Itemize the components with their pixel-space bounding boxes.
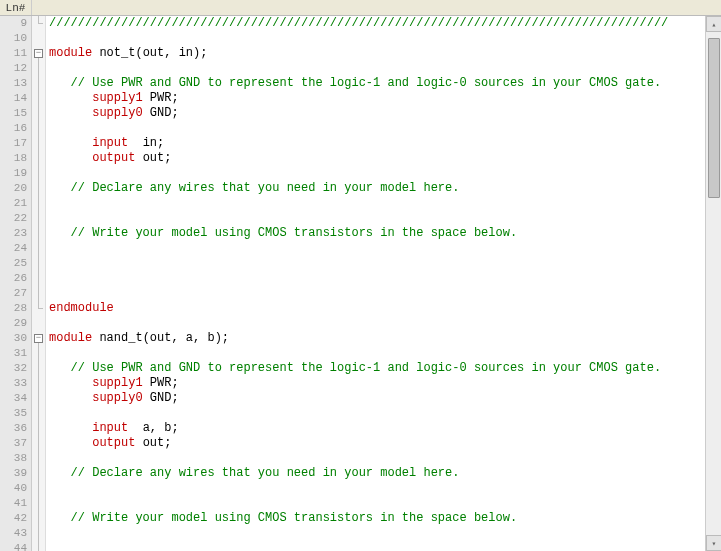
- vertical-scrollbar[interactable]: ▴ ▾: [705, 16, 721, 551]
- line-number: 15: [0, 106, 27, 121]
- code-line[interactable]: // Declare any wires that you need in yo…: [49, 181, 721, 196]
- fold-cell: [32, 61, 46, 76]
- fold-cell: [32, 271, 46, 286]
- code-line[interactable]: // Write your model using CMOS transisto…: [49, 226, 721, 241]
- line-number: 12: [0, 61, 27, 76]
- code-line[interactable]: [49, 196, 721, 211]
- fold-gutter: −−: [32, 16, 46, 551]
- code-line[interactable]: module not_t(out, in);: [49, 46, 721, 61]
- line-number: 11: [0, 46, 27, 61]
- code-token: GND;: [143, 391, 179, 405]
- code-line[interactable]: [49, 481, 721, 496]
- code-token: out, in: [143, 46, 193, 60]
- code-token: (: [135, 46, 142, 60]
- line-number: 21: [0, 196, 27, 211]
- fold-guide-line: [38, 496, 39, 511]
- fold-guide-line: [38, 121, 39, 136]
- code-line[interactable]: [49, 346, 721, 361]
- code-token: supply1: [92, 91, 142, 105]
- fold-cell: [32, 121, 46, 136]
- fold-toggle-icon[interactable]: −: [34, 49, 43, 58]
- code-line[interactable]: input in;: [49, 136, 721, 151]
- code-line[interactable]: // Use PWR and GND to represent the logi…: [49, 76, 721, 91]
- scroll-thumb[interactable]: [708, 38, 720, 198]
- scroll-up-icon[interactable]: ▴: [706, 16, 721, 32]
- fold-guide-line: [38, 226, 39, 241]
- line-number: 19: [0, 166, 27, 181]
- fold-guide-line: [38, 181, 39, 196]
- code-token: supply0: [92, 391, 142, 405]
- code-line[interactable]: [49, 211, 721, 226]
- code-line[interactable]: supply0 GND;: [49, 106, 721, 121]
- fold-cell: [32, 31, 46, 46]
- fold-cell: [32, 181, 46, 196]
- code-line[interactable]: output out;: [49, 436, 721, 451]
- fold-guide-line: [38, 526, 39, 541]
- code-line[interactable]: [49, 166, 721, 181]
- code-area[interactable]: ////////////////////////////////////////…: [46, 16, 721, 551]
- code-line[interactable]: [49, 496, 721, 511]
- fold-toggle-icon[interactable]: −: [34, 334, 43, 343]
- code-token: supply1: [92, 376, 142, 390]
- code-line[interactable]: [49, 256, 721, 271]
- code-line[interactable]: supply1 PWR;: [49, 376, 721, 391]
- code-line[interactable]: input a, b;: [49, 421, 721, 436]
- code-token: [49, 376, 92, 390]
- code-token: ////////////////////////////////////////…: [49, 16, 668, 30]
- code-line[interactable]: [49, 61, 721, 76]
- code-line[interactable]: module nand_t(out, a, b);: [49, 331, 721, 346]
- fold-cell: [32, 451, 46, 466]
- fold-cell: [32, 196, 46, 211]
- code-line[interactable]: // Use PWR and GND to represent the logi…: [49, 361, 721, 376]
- line-number: 42: [0, 511, 27, 526]
- code-token: out;: [135, 436, 171, 450]
- fold-guide-line: [38, 361, 39, 376]
- code-token: GND;: [143, 106, 179, 120]
- code-line[interactable]: [49, 541, 721, 551]
- code-line[interactable]: [49, 271, 721, 286]
- fold-cell: [32, 211, 46, 226]
- line-number: 36: [0, 421, 27, 436]
- line-number: 13: [0, 76, 27, 91]
- code-line[interactable]: // Write your model using CMOS transisto…: [49, 511, 721, 526]
- code-line[interactable]: [49, 406, 721, 421]
- code-token: [49, 361, 71, 375]
- line-number: 30: [0, 331, 27, 346]
- fold-cell: [32, 16, 46, 31]
- code-token: // Use PWR and GND to represent the logi…: [71, 361, 662, 375]
- code-token: supply0: [92, 106, 142, 120]
- fold-cell: [32, 346, 46, 361]
- fold-cell: [32, 406, 46, 421]
- code-token: [49, 151, 92, 165]
- code-line[interactable]: [49, 241, 721, 256]
- fold-guide-line: [38, 406, 39, 421]
- line-number-header: Ln#: [0, 0, 32, 15]
- code-line[interactable]: supply0 GND;: [49, 391, 721, 406]
- fold-cell: [32, 436, 46, 451]
- code-line[interactable]: ////////////////////////////////////////…: [49, 16, 721, 31]
- code-token: output: [92, 436, 135, 450]
- code-token: PWR;: [143, 91, 179, 105]
- code-token: // Write your model using CMOS transisto…: [71, 511, 517, 525]
- fold-cell: [32, 301, 46, 316]
- code-line[interactable]: [49, 31, 721, 46]
- code-token: ;: [222, 331, 229, 345]
- code-line[interactable]: endmodule: [49, 301, 721, 316]
- fold-cell: [32, 91, 46, 106]
- code-line[interactable]: output out;: [49, 151, 721, 166]
- code-line[interactable]: [49, 526, 721, 541]
- code-line[interactable]: [49, 286, 721, 301]
- code-line[interactable]: [49, 121, 721, 136]
- fold-guide-line: [38, 196, 39, 211]
- code-token: input: [92, 136, 128, 150]
- line-number: 25: [0, 256, 27, 271]
- code-line[interactable]: // Declare any wires that you need in yo…: [49, 466, 721, 481]
- scroll-down-icon[interactable]: ▾: [706, 535, 721, 551]
- line-number: 38: [0, 451, 27, 466]
- code-line[interactable]: [49, 316, 721, 331]
- line-number: 14: [0, 91, 27, 106]
- fold-guide-line: [38, 421, 39, 436]
- code-line[interactable]: [49, 451, 721, 466]
- code-line[interactable]: supply1 PWR;: [49, 91, 721, 106]
- code-token: [49, 226, 71, 240]
